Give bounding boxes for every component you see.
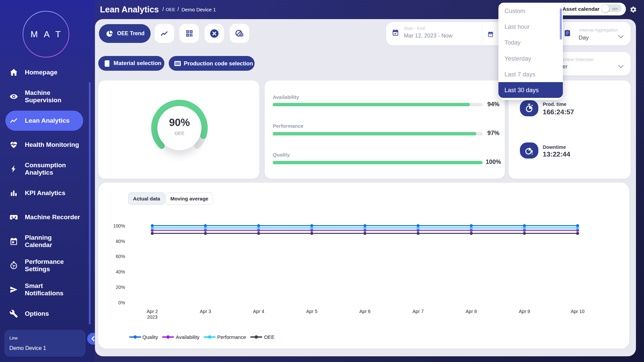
svg-text:Apr 5: Apr 5 [306,309,318,314]
svg-text:2023: 2023 [147,314,157,320]
svg-text:Performance: Performance [217,334,246,340]
svg-text:Apr 7: Apr 7 [413,309,424,314]
svg-text:Apr 2: Apr 2 [147,309,158,314]
svg-text:100%: 100% [113,223,125,229]
svg-text:M A T: M A T [31,29,63,39]
svg-text:Availability: Availability [176,334,200,340]
svg-text:Apr 10: Apr 10 [571,309,584,314]
svg-text:20%: 20% [116,285,125,290]
svg-text:Quality: Quality [143,334,158,340]
svg-text:OEE: OEE [264,334,275,340]
svg-text:0%: 0% [118,300,125,305]
svg-text:Apr 9: Apr 9 [519,309,530,314]
svg-text:40%: 40% [116,269,125,275]
svg-text:60%: 60% [116,254,125,259]
svg-text:Apr 4: Apr 4 [253,309,264,314]
svg-text:Apr 6: Apr 6 [359,309,371,314]
svg-text:Apr 8: Apr 8 [466,309,477,314]
svg-text:Apr 3: Apr 3 [200,309,211,314]
svg-text:80%: 80% [116,239,125,244]
